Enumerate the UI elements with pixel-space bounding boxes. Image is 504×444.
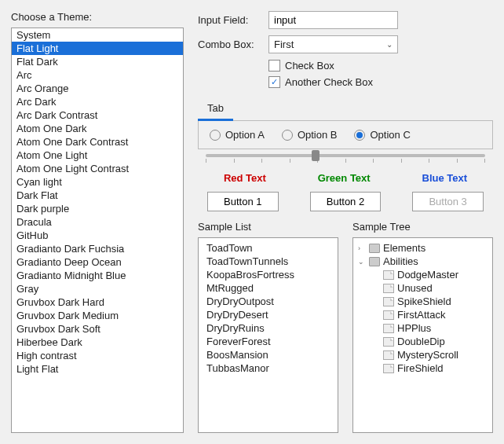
list-item[interactable]: ToadTown [199,241,338,255]
file-icon [383,364,394,373]
tree-leaf[interactable]: HPPlus [353,321,492,335]
radio-option[interactable]: Option B [282,129,338,141]
radio-label: Option B [298,129,338,141]
file-icon [383,324,394,333]
tree-node[interactable]: ⌄Abilities [353,255,492,268]
tree-leaf-label: DodgeMaster [397,269,458,281]
theme-listbox[interactable]: SystemFlat LightFlat DarkArcArc OrangeAr… [11,28,184,433]
tree-leaf-label: FirstAttack [397,309,445,321]
theme-item[interactable]: Atom One Dark [12,122,183,135]
tree-leaf[interactable]: SpikeShield [353,295,492,308]
list-item[interactable]: ForeverForest [199,335,338,348]
green-text: Green Text [318,172,371,184]
chevron-down-icon: ⌄ [358,258,366,266]
tree-leaf[interactable]: DodgeMaster [353,268,492,281]
tree-leaf[interactable]: Unused [353,281,492,295]
theme-item[interactable]: Arc Orange [12,82,183,95]
button-3: Button 3 [412,192,483,211]
radio-icon [354,130,365,141]
button-2[interactable]: Button 2 [310,192,381,211]
list-item[interactable]: MtRugged [199,281,338,295]
theme-item[interactable]: Arc [12,68,183,82]
tree-leaf[interactable]: FirstAttack [353,308,492,321]
file-icon [383,337,394,347]
theme-item[interactable]: High contrast [12,349,183,362]
radio-label: Option C [370,129,410,141]
tree-leaf-label: SpikeShield [397,295,451,307]
list-item[interactable]: TubbasManor [199,361,338,375]
theme-item[interactable]: System [12,28,183,42]
tree-node[interactable]: ›Elements [353,241,492,255]
folder-icon [369,257,380,266]
checkbox-1[interactable] [268,60,280,72]
theme-item[interactable]: Hiberbee Dark [12,336,183,349]
tree-node-label: Elements [383,242,425,254]
list-item[interactable]: DryDryDesert [199,308,338,321]
tree-leaf-label: FireShield [397,362,444,374]
theme-item[interactable]: Light Flat [12,362,183,376]
tree-leaf[interactable]: DoubleDip [353,335,492,348]
radio-icon [210,130,221,141]
theme-item[interactable]: Gray [12,282,183,295]
tree-leaf[interactable]: FireShield [353,361,492,375]
input-field[interactable] [268,11,398,29]
file-icon [383,284,394,293]
folder-icon [369,244,380,253]
red-text: Red Text [224,172,266,184]
checkbox-1-label: Check Box [285,60,334,72]
sample-tree-label: Sample Tree [352,221,493,233]
theme-item[interactable]: Gradianto Dark Fuchsia [12,242,183,255]
theme-item[interactable]: Cyan light [12,175,183,189]
tree-leaf-label: Unused [397,282,433,294]
theme-item[interactable]: Arc Dark Contrast [12,108,183,122]
list-item[interactable]: KoopaBrosFortress [199,268,338,281]
checkbox-2-label: Another Check Box [285,76,373,88]
theme-item[interactable]: Dark purple [12,202,183,215]
theme-item[interactable]: Atom One Dark Contrast [12,135,183,149]
chevron-down-icon: ⌄ [386,40,393,49]
theme-item[interactable]: Gruvbox Dark Medium [12,309,183,322]
radio-label: Option A [225,129,265,141]
file-icon [383,297,394,306]
tree-leaf-label: MysteryScroll [397,349,458,361]
list-item[interactable]: BoosMansion [199,348,338,361]
theme-item[interactable]: Dracula [12,215,183,229]
list-item[interactable]: DryDryOutpost [199,295,338,308]
sample-list[interactable]: ToadTownToadTownTunnelsKoopaBrosFortress… [198,237,338,433]
radio-icon [282,130,293,141]
radio-option[interactable]: Option C [354,129,410,141]
file-icon [383,310,394,320]
theme-item[interactable]: Flat Dark [12,55,183,68]
blue-text: Blue Text [422,172,468,184]
theme-label: Choose a Theme: [11,11,184,23]
sample-list-label: Sample List [198,221,338,233]
tree-leaf[interactable]: MysteryScroll [353,348,492,361]
radio-option[interactable]: Option A [210,129,265,141]
input-field-label: Input Field: [198,14,268,26]
button-1[interactable]: Button 1 [207,192,278,211]
combo-box[interactable]: First ⌄ [268,35,398,53]
combo-value: First [274,39,294,50]
sample-tree[interactable]: ›Elements⌄AbilitiesDodgeMasterUnusedSpik… [352,237,493,433]
file-icon [383,270,394,280]
checkbox-2[interactable]: ✓ [268,76,280,88]
slider-thumb[interactable] [312,150,320,161]
slider[interactable] [198,149,493,163]
theme-item[interactable]: Flat Light [12,42,183,55]
theme-item[interactable]: Arc Dark [12,95,183,108]
file-icon [383,350,394,360]
theme-item[interactable]: Dark Flat [12,189,183,202]
tab[interactable]: Tab [198,99,233,121]
theme-item[interactable]: Gradianto Midnight Blue [12,269,183,282]
combo-label: Combo Box: [198,39,268,50]
theme-item[interactable]: Atom One Light Contrast [12,162,183,175]
tree-leaf-label: DoubleDip [397,336,445,347]
theme-item[interactable]: Atom One Light [12,149,183,162]
theme-item[interactable]: GitHub [12,229,183,242]
theme-item[interactable]: Gruvbox Dark Soft [12,322,183,336]
theme-item[interactable]: Gradianto Deep Ocean [12,255,183,269]
theme-item[interactable]: Gruvbox Dark Hard [12,295,183,309]
tree-node-label: Abilities [383,255,418,267]
list-item[interactable]: ToadTownTunnels [199,255,338,268]
list-item[interactable]: DryDryRuins [199,321,338,335]
